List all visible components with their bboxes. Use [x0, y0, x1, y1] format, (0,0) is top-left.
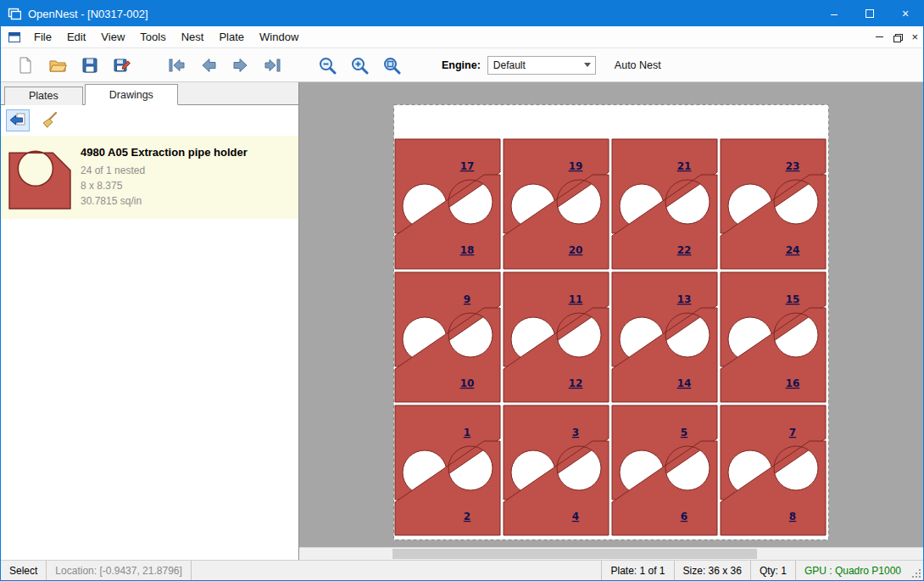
new-button[interactable]	[13, 53, 38, 78]
save-as-button[interactable]	[109, 53, 135, 78]
app-window: OpenNest - [N0317-002] – × File Edit Vie…	[0, 0, 924, 581]
zoom-in-button[interactable]	[347, 53, 372, 78]
part-number-24: 24	[786, 244, 800, 256]
part-number-3: 3	[572, 427, 579, 439]
status-mode: Select	[1, 561, 47, 580]
canvas[interactable]: 171819202122232491011121314151612345678	[299, 82, 923, 560]
close-button[interactable]: ×	[888, 1, 923, 26]
zoom-out-icon	[318, 56, 337, 75]
status-plate: Plate: 1 of 1	[601, 561, 673, 580]
resize-grip[interactable]	[910, 561, 923, 580]
main-content: Plates Drawings	[1, 82, 923, 560]
part-number-18: 18	[460, 244, 475, 256]
drawing-area: 30.7815 sq/in	[81, 193, 248, 209]
drawings-toolbar	[1, 105, 298, 136]
part-number-20: 20	[569, 244, 583, 256]
drawing-item-text: 4980 A05 Extraction pipe holder 24 of 1 …	[81, 146, 248, 209]
statusbar: Select Location: [-0.9437, 21.8796] Plat…	[1, 560, 923, 580]
drawing-title: 4980 A05 Extraction pipe holder	[81, 146, 248, 159]
tab-drawings[interactable]: Drawings	[85, 84, 178, 105]
menu-edit[interactable]: Edit	[59, 26, 93, 48]
menubar: File Edit View Tools Nest Plate Window ×	[1, 26, 923, 48]
part-number-4: 4	[572, 511, 579, 522]
part-number-14: 14	[677, 377, 692, 389]
menu-view[interactable]: View	[93, 26, 132, 48]
previous-arrow-icon	[199, 56, 218, 75]
new-file-icon	[16, 56, 35, 75]
auto-nest-button[interactable]: Auto Nest	[615, 59, 661, 71]
part-number-10: 10	[460, 377, 475, 389]
part-number-7: 7	[789, 427, 796, 439]
part-number-22: 22	[677, 244, 692, 256]
part-number-11: 11	[569, 293, 583, 305]
mdi-close-button[interactable]: ×	[911, 31, 918, 42]
menu-tools[interactable]: Tools	[132, 26, 173, 48]
left-panel: Plates Drawings	[1, 82, 299, 560]
mdi-restore-icon	[893, 34, 901, 41]
engine-value: Default	[488, 59, 580, 71]
close-icon: ×	[902, 7, 909, 20]
minimize-button[interactable]: –	[816, 1, 852, 26]
resize-grip-icon	[911, 568, 921, 578]
broom-icon	[39, 111, 58, 130]
drawing-item[interactable]: 4980 A05 Extraction pipe holder 24 of 1 …	[1, 136, 298, 219]
part-number-16: 16	[786, 377, 800, 389]
part-number-6: 6	[681, 511, 687, 522]
zoom-in-icon	[350, 56, 369, 75]
mdi-minimize-icon	[876, 36, 883, 37]
titlebar: OpenNest - [N0317-002] – ×	[1, 1, 923, 26]
menu-window[interactable]: Window	[252, 26, 306, 48]
next-plate-button[interactable]	[228, 53, 253, 78]
zoom-out-button[interactable]	[314, 53, 340, 78]
drawing-nested-count: 24 of 1 nested	[81, 163, 248, 178]
save-edit-icon	[113, 56, 131, 75]
plate[interactable]: 171819202122232491011121314151612345678	[393, 104, 829, 543]
clear-drawings-button[interactable]	[36, 109, 60, 131]
next-arrow-icon	[231, 56, 250, 75]
open-button[interactable]	[45, 53, 70, 78]
status-gpu: GPU : Quadro P1000	[795, 561, 910, 580]
zoom-fit-button[interactable]	[379, 53, 404, 78]
status-location: Location: [-0.9437, 21.8796]	[47, 561, 191, 580]
mdi-minimize-button[interactable]	[876, 36, 883, 37]
part-number-23: 23	[786, 160, 800, 172]
status-qty: Qty: 1	[750, 561, 795, 580]
menu-nest[interactable]: Nest	[174, 26, 212, 48]
part-thumbnail-icon	[8, 144, 72, 210]
window-title: OpenNest - [N0317-002]	[28, 8, 816, 20]
part-number-8: 8	[789, 511, 796, 522]
import-arrow-icon	[8, 112, 27, 129]
save-icon	[81, 56, 99, 75]
import-drawing-button[interactable]	[6, 109, 30, 131]
part-number-21: 21	[677, 160, 692, 172]
part-number-15: 15	[786, 293, 800, 305]
last-arrow-icon	[264, 56, 282, 75]
engine-select[interactable]: Default	[487, 56, 596, 75]
status-size: Size: 36 x 36	[674, 561, 750, 580]
tab-strip: Plates Drawings	[1, 82, 298, 105]
maximize-button[interactable]	[852, 1, 888, 26]
part-number-9: 9	[464, 293, 470, 305]
maximize-icon	[866, 9, 874, 18]
first-plate-button[interactable]	[164, 53, 189, 78]
part-number-19: 19	[569, 160, 583, 172]
chevron-down-icon	[584, 63, 591, 67]
drawing-list: 4980 A05 Extraction pipe holder 24 of 1 …	[1, 136, 298, 560]
part-number-5: 5	[681, 427, 687, 439]
part-number-17: 17	[460, 160, 475, 172]
mdi-window-controls: ×	[876, 31, 918, 42]
horizontal-scrollbar[interactable]	[299, 547, 923, 560]
zoom-fit-icon	[382, 56, 401, 75]
combo-dropdown-button[interactable]	[580, 57, 595, 74]
last-plate-button[interactable]	[260, 53, 286, 78]
mdi-restore-button[interactable]	[893, 34, 901, 41]
part-number-2: 2	[464, 511, 470, 522]
tab-plates[interactable]: Plates	[4, 87, 83, 105]
save-button[interactable]	[77, 53, 103, 78]
menu-file[interactable]: File	[26, 26, 59, 48]
drawing-thumbnail-shape	[9, 151, 70, 209]
previous-plate-button[interactable]	[196, 53, 221, 78]
menu-plate[interactable]: Plate	[211, 26, 252, 48]
drawing-thumbnail	[6, 142, 74, 212]
scrollbar-thumb[interactable]	[392, 549, 757, 559]
